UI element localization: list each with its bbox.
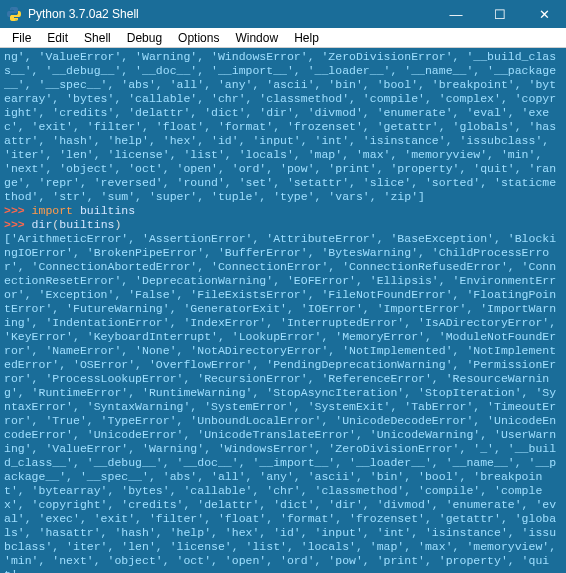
- menu-debug[interactable]: Debug: [119, 29, 170, 47]
- menu-options[interactable]: Options: [170, 29, 227, 47]
- close-button[interactable]: ✕: [522, 0, 566, 28]
- arg-builtins: builtins: [59, 218, 114, 231]
- menu-window[interactable]: Window: [227, 29, 286, 47]
- window-title: Python 3.7.0a2 Shell: [28, 7, 434, 21]
- python-icon: [6, 6, 22, 22]
- prompt-1: >>>: [4, 204, 32, 217]
- maximize-button[interactable]: ☐: [478, 0, 522, 28]
- titlebar[interactable]: Python 3.7.0a2 Shell — ☐ ✕: [0, 0, 566, 28]
- window-controls: — ☐ ✕: [434, 0, 566, 28]
- keyword-import: import: [32, 204, 73, 217]
- terminal-area[interactable]: ng', 'ValueError', 'Warning', 'WindowsEr…: [0, 48, 566, 573]
- func-dir: dir: [32, 218, 53, 231]
- minimize-button[interactable]: —: [434, 0, 478, 28]
- module-builtins: builtins: [73, 204, 135, 217]
- prompt-2: >>>: [4, 218, 32, 231]
- output-block-1: ng', 'ValueError', 'Warning', 'WindowsEr…: [4, 50, 556, 203]
- menu-shell[interactable]: Shell: [76, 29, 119, 47]
- menu-help[interactable]: Help: [286, 29, 327, 47]
- shell-window: Python 3.7.0a2 Shell — ☐ ✕ File Edit She…: [0, 0, 566, 573]
- menu-edit[interactable]: Edit: [39, 29, 76, 47]
- menu-file[interactable]: File: [4, 29, 39, 47]
- output-block-2: ['ArithmeticError', 'AssertionError', 'A…: [4, 232, 563, 573]
- menubar: File Edit Shell Debug Options Window Hel…: [0, 28, 566, 48]
- paren-close: ): [114, 218, 121, 231]
